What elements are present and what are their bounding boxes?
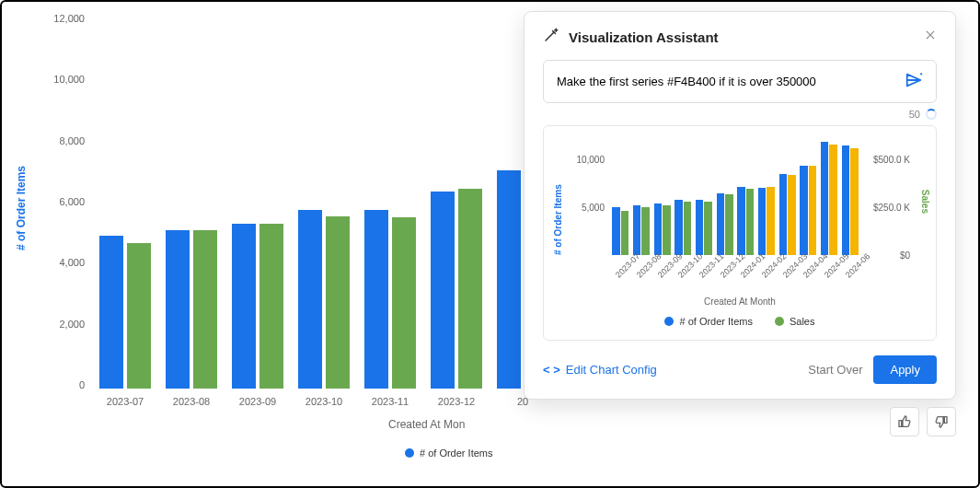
bar-group — [800, 166, 816, 255]
preview-y2-axis-label: Sales — [920, 190, 930, 214]
prompt-input[interactable] — [555, 74, 895, 89]
bar-sales — [725, 194, 733, 255]
bar-order-items — [654, 203, 663, 255]
bar-sales — [326, 216, 350, 389]
y-tick: 6,000 — [59, 196, 85, 207]
y-tick: 4,000 — [59, 257, 85, 268]
bar-group — [758, 187, 775, 255]
start-over-button[interactable]: Start Over — [808, 363, 862, 377]
bar-order-items — [612, 207, 620, 255]
bar-order-items — [800, 166, 808, 255]
y-tick: 10,000 — [576, 155, 605, 165]
bar-order-items — [166, 230, 190, 389]
bar-order-items — [779, 174, 788, 255]
panel-actions: < > Edit Chart Config Start Over Apply — [543, 355, 937, 384]
wand-icon — [543, 27, 559, 47]
bar-group — [737, 187, 754, 255]
apply-button[interactable]: Apply — [873, 355, 937, 384]
main-legend: # of Order Items — [405, 447, 492, 459]
close-icon — [924, 29, 937, 41]
thumbs-down-button[interactable] — [927, 407, 956, 436]
bar-order-items — [497, 170, 521, 389]
bar-group — [232, 224, 283, 389]
bar-group — [431, 189, 482, 389]
bar-sales — [663, 205, 671, 255]
code-icon: < > — [543, 363, 560, 377]
bar-sales — [746, 189, 755, 255]
thumbs-up-button[interactable] — [890, 407, 919, 436]
bar-order-items — [364, 210, 388, 389]
bar-group — [674, 200, 691, 255]
legend-label: Sales — [790, 316, 815, 327]
bar-order-items — [821, 142, 829, 255]
panel-header: Visualization Assistant — [543, 27, 937, 47]
legend-dot-icon — [664, 317, 674, 326]
edit-chart-config-link[interactable]: < > Edit Chart Config — [543, 363, 657, 377]
bar-sales — [829, 145, 837, 255]
bar-group — [166, 230, 217, 389]
bar-group — [364, 210, 416, 389]
preview-x-axis-title: Created At Month — [553, 296, 927, 307]
spinner-icon — [926, 109, 937, 120]
bar-group — [612, 207, 628, 255]
bar-sales — [127, 243, 151, 389]
x-axis-title: Created At Mon — [388, 418, 465, 431]
x-tick-label: 2023-11 — [372, 396, 409, 407]
bar-sales — [458, 189, 482, 389]
bar-sales — [193, 230, 217, 389]
quota-count: 50 — [909, 109, 920, 120]
bar-sales — [767, 187, 775, 255]
x-tick-label: 2023-08 — [173, 396, 210, 407]
legend-label: # of Order Items — [420, 447, 492, 459]
bar-order-items — [758, 188, 767, 255]
bar-group — [696, 200, 712, 255]
edit-chart-config-label: Edit Chart Config — [566, 363, 657, 377]
bar-group — [842, 145, 859, 255]
preview-chart: # of Order Items Sales 5,000 10,000 $0 $… — [553, 135, 927, 310]
bar-order-items — [99, 236, 123, 389]
bar-group — [654, 203, 671, 255]
bar-sales — [809, 166, 817, 255]
y-tick: 10,000 — [53, 74, 85, 85]
bar-sales — [641, 207, 650, 255]
y2-tick: $0 — [900, 250, 910, 261]
preview-legend: # of Order Items Sales — [553, 316, 927, 327]
bar-sales — [621, 211, 629, 255]
main-plot-area — [90, 22, 513, 389]
bar-group — [298, 210, 350, 389]
app-frame: # of Order Items 0 2,000 4,000 6,000 8,0… — [0, 0, 980, 488]
bar-order-items — [232, 224, 256, 389]
svg-point-0 — [920, 74, 922, 76]
x-tick-label: 2023-07 — [107, 396, 144, 407]
bar-sales — [392, 217, 416, 389]
feedback-buttons — [890, 407, 956, 436]
x-tick-label: 2023-09 — [239, 396, 276, 407]
preview-card: # of Order Items Sales 5,000 10,000 $0 $… — [543, 125, 937, 341]
send-button[interactable] — [905, 70, 925, 93]
preview-x-ticks: 2023-072023-082023-092023-102023-112023-… — [610, 259, 860, 290]
bar-group — [99, 236, 151, 389]
bar-group — [717, 193, 733, 255]
send-icon — [905, 70, 925, 90]
bar-group — [633, 205, 650, 255]
bar-order-items — [737, 187, 745, 255]
bar-order-items — [674, 200, 683, 255]
bar-sales — [684, 202, 692, 255]
x-tick-label: 2023-10 — [306, 396, 342, 407]
panel-title: Visualization Assistant — [569, 29, 915, 45]
thumbs-down-icon — [934, 414, 949, 429]
bar-group — [779, 174, 796, 255]
x-tick-label: 2023-12 — [438, 396, 475, 407]
close-button[interactable] — [924, 29, 937, 45]
legend-label: # of Order Items — [679, 316, 752, 327]
bar-sales — [788, 175, 796, 255]
quota-row: 50 — [543, 109, 937, 120]
legend-dot-icon — [775, 317, 784, 326]
y-tick: 8,000 — [59, 135, 85, 146]
y-tick: 2,000 — [59, 319, 85, 330]
bar-order-items — [431, 192, 455, 389]
thumbs-up-icon — [897, 414, 912, 429]
visualization-assistant-panel: Visualization Assistant 50 # of Order It… — [524, 11, 956, 400]
y-axis-label: # of Order Items — [15, 166, 28, 250]
bar-sales — [259, 224, 283, 389]
